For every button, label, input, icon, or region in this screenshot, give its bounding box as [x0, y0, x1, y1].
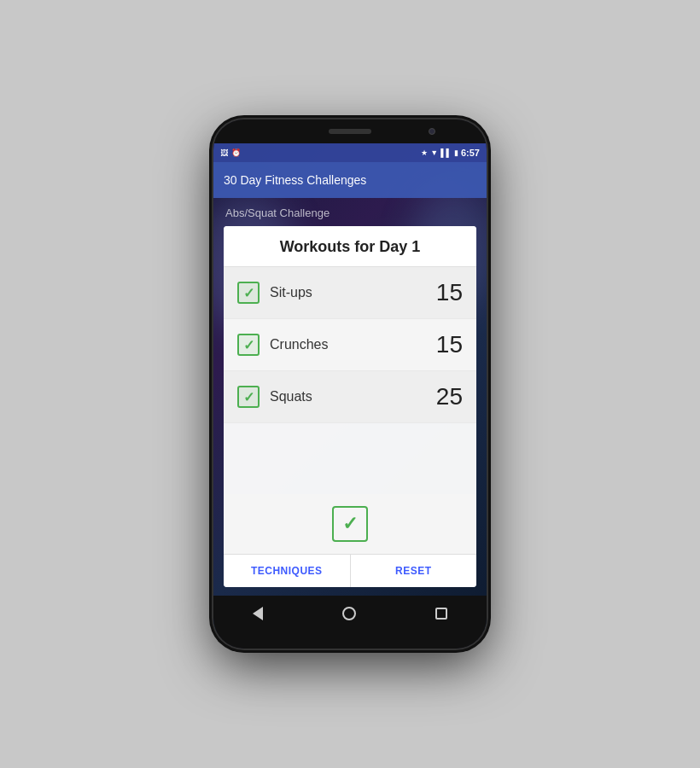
status-right-icons: ★ ▼ ▌▌ ▮ 6:57: [421, 148, 480, 158]
workout-count-squats: 25: [429, 383, 463, 410]
bottom-buttons: TECHNIQUES RESET: [224, 554, 476, 587]
workout-name-crunches: Crunches: [270, 337, 429, 352]
app-title: 30 Day Fitness Challenges: [224, 173, 366, 187]
checkbox-crunches[interactable]: ✓: [237, 334, 260, 356]
nav-recent-button[interactable]: [435, 608, 447, 620]
phone-camera: [429, 128, 435, 135]
workout-item-squats[interactable]: ✓ Squats 25: [224, 371, 476, 423]
reset-button[interactable]: RESET: [351, 555, 477, 587]
main-content: Abs/Squat Challenge Workouts for Day 1 ✓…: [213, 198, 487, 596]
workout-card: Workouts for Day 1 ✓ Sit-ups 15 ✓: [224, 226, 476, 587]
checkmark-situps: ✓: [243, 285, 254, 301]
signal-icon: ▌▌: [440, 148, 452, 157]
phone-screen: 🖼 ⏰ ★ ▼ ▌▌ ▮ 6:57 30 Day Fitness Challen…: [213, 143, 487, 631]
techniques-button[interactable]: TECHNIQUES: [224, 555, 351, 587]
workout-item-situps[interactable]: ✓ Sit-ups 15: [224, 267, 476, 319]
done-area: ✓: [224, 494, 476, 554]
done-check-icon: ✓: [342, 513, 358, 535]
nav-home-button[interactable]: [342, 607, 356, 620]
status-time: 6:57: [461, 148, 480, 158]
phone-top-bezel: [213, 119, 487, 143]
workout-name-squats: Squats: [270, 389, 429, 404]
done-button[interactable]: ✓: [332, 506, 368, 542]
checkmark-squats: ✓: [243, 389, 254, 405]
workout-item-crunches[interactable]: ✓ Crunches 15: [224, 319, 476, 371]
card-header: Workouts for Day 1: [224, 226, 476, 267]
image-icon: 🖼: [220, 148, 228, 157]
challenge-title: Abs/Squat Challenge: [224, 207, 476, 219]
workout-name-situps: Sit-ups: [270, 285, 429, 300]
card-header-title: Workouts for Day 1: [237, 238, 463, 256]
battery-icon: ▮: [454, 148, 458, 157]
nav-back-button[interactable]: [253, 607, 263, 620]
checkbox-squats[interactable]: ✓: [237, 386, 260, 408]
status-bar: 🖼 ⏰ ★ ▼ ▌▌ ▮ 6:57: [213, 143, 487, 162]
star-icon: ★: [421, 148, 428, 157]
app-toolbar: 30 Day Fitness Challenges: [213, 162, 487, 198]
android-nav-bar: [213, 596, 487, 631]
workout-list: ✓ Sit-ups 15 ✓ Crunches 15: [224, 267, 476, 494]
checkmark-crunches: ✓: [243, 337, 254, 353]
phone-device: 🖼 ⏰ ★ ▼ ▌▌ ▮ 6:57 30 Day Fitness Challen…: [213, 119, 487, 649]
phone-bottom-bezel: [213, 631, 487, 649]
phone-speaker: [329, 129, 371, 134]
workout-count-situps: 15: [429, 279, 463, 306]
status-left-icons: 🖼 ⏰: [220, 148, 241, 157]
wifi-icon: ▼: [430, 148, 438, 157]
alarm-icon: ⏰: [231, 148, 241, 157]
checkbox-situps[interactable]: ✓: [237, 282, 260, 304]
workout-count-crunches: 15: [429, 331, 463, 358]
